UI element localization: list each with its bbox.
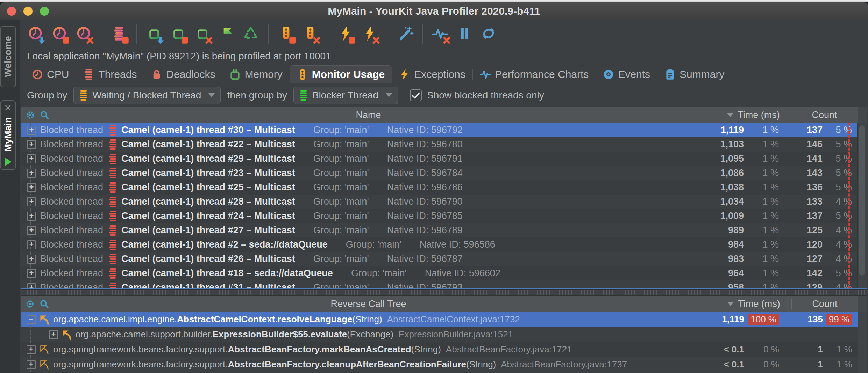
table-row[interactable]: +Blocked threadCamel (camel-1) thread #2… — [21, 152, 867, 166]
table-settings-gear-icon[interactable] — [25, 299, 35, 309]
expand-icon[interactable]: + — [27, 269, 36, 278]
table-row[interactable]: +Blocked threadCamel (camel-1) thread #1… — [21, 266, 867, 280]
table-row[interactable]: +Blocked threadCamel (camel-1) thread #2… — [21, 237, 867, 252]
stop-exception-profiling-button[interactable] — [336, 24, 355, 44]
expand-icon[interactable]: + — [49, 330, 58, 339]
panel-splitter[interactable] — [21, 289, 867, 296]
tab-label: Summary — [680, 68, 724, 80]
time-percent: 0 % — [744, 344, 792, 355]
expand-icon[interactable]: + — [27, 226, 36, 235]
checkbox-checked-icon[interactable] — [410, 89, 422, 101]
table-row[interactable]: +Blocked threadCamel (camel-1) thread #2… — [21, 137, 867, 152]
time-value: 1,086 — [716, 168, 744, 178]
table-row[interactable]: +Blocked threadCamel (camel-1) thread #3… — [21, 280, 867, 288]
count-value: 142 — [791, 268, 823, 279]
count-value: 125 — [791, 225, 823, 236]
clear-monitor-results-button[interactable] — [300, 24, 320, 44]
tab-monitor-usage[interactable]: Monitor Usage — [290, 66, 392, 83]
blocked-thread-icon — [109, 225, 117, 236]
expand-icon[interactable]: + — [27, 255, 36, 264]
count-cell: 11 % — [792, 359, 858, 370]
call-tree-row[interactable]: +org.springframework.beans.factory.suppo… — [21, 342, 867, 357]
thread-native-id: Native ID: 596602 — [425, 268, 500, 279]
column-header-count[interactable]: Count — [791, 110, 858, 120]
window-titlebar[interactable]: MyMain - YourKit Java Profiler 2020.9-b4… — [0, 2, 868, 20]
pause-button[interactable] — [455, 24, 474, 44]
start-memory-profiling-button[interactable] — [144, 24, 164, 44]
sidebar-tab-mymain[interactable]: MyMain ✕ — [0, 100, 16, 170]
expand-icon[interactable]: + — [27, 154, 36, 163]
tab-deadlocks[interactable]: Deadlocks — [144, 66, 222, 83]
expand-icon[interactable]: + — [27, 283, 36, 289]
table-settings-gear-icon[interactable] — [26, 110, 35, 120]
stop-thread-profiling-button[interactable] — [109, 24, 129, 44]
reverse-call-tree-panel: Reverse Call Tree Time (ms) Count −org.a… — [21, 296, 867, 373]
tab-exceptions[interactable]: Exceptions — [392, 66, 472, 83]
group-by-dropdown[interactable]: Waiting / Blocked Thread — [73, 87, 221, 104]
vertical-scrollbar[interactable] — [857, 123, 867, 288]
stop-cpu-profiling-button[interactable] — [50, 24, 69, 44]
table-row[interactable]: +Blocked threadCamel (camel-1) thread #2… — [21, 166, 867, 180]
expand-icon[interactable]: − — [27, 315, 36, 324]
stop-memory-profiling-button[interactable] — [169, 24, 188, 44]
tab-cpu[interactable]: CPU — [25, 66, 76, 83]
expand-icon[interactable]: + — [27, 126, 36, 135]
count-percent: 4 % — [823, 225, 858, 236]
table-row[interactable]: +Blocked threadCamel (camel-1) thread #2… — [21, 252, 867, 266]
clear-exception-results-button[interactable] — [360, 24, 379, 44]
blocked-thread-icon — [109, 283, 117, 289]
table-row[interactable]: +Blocked threadCamel (camel-1) thread #2… — [21, 180, 867, 195]
start-cpu-profiling-button[interactable] — [26, 24, 45, 44]
count-percent: 1 % — [823, 359, 858, 370]
tab-threads[interactable]: Threads — [76, 66, 144, 83]
column-header-name[interactable]: Name — [21, 110, 716, 120]
table-row[interactable]: +Blocked threadCamel (camel-1) thread #3… — [21, 123, 867, 137]
table-row[interactable]: +Blocked threadCamel (camel-1) thread #2… — [21, 195, 867, 209]
thread-native-id: Native ID: 596784 — [387, 168, 463, 178]
expand-icon[interactable]: + — [27, 140, 36, 149]
count-cell: 1294 % — [791, 282, 858, 288]
call-tree-row[interactable]: −org.apache.camel.impl.engine.AbstractCa… — [21, 312, 867, 327]
expand-icon[interactable]: + — [27, 240, 36, 249]
then-group-by-dropdown[interactable]: Blocker Thread — [293, 87, 398, 104]
tab-summary[interactable]: Summary — [657, 66, 731, 83]
capture-snapshot-flag-button[interactable] — [217, 24, 236, 44]
time-value: < 0.1 — [717, 344, 744, 355]
expand-icon[interactable]: + — [27, 212, 36, 221]
scrollbar-corner — [858, 296, 867, 312]
call-tree-row[interactable]: +org.springframework.beans.factory.suppo… — [21, 357, 867, 372]
column-header-time[interactable]: Time (ms) — [716, 299, 791, 309]
table-row[interactable]: +Blocked threadCamel (camel-1) thread #2… — [21, 209, 867, 223]
expand-icon[interactable]: + — [27, 169, 36, 178]
scrollbar-thumb[interactable] — [859, 125, 865, 276]
inspections-button[interactable] — [395, 24, 415, 44]
count-percent: 5 % — [823, 168, 858, 178]
square-overlay-icon — [62, 37, 70, 44]
refresh-button[interactable] — [479, 24, 498, 44]
expand-icon[interactable]: + — [27, 197, 36, 206]
tab-events[interactable]: Events — [596, 66, 657, 83]
table-row[interactable]: +Blocked threadCamel (camel-1) thread #2… — [21, 223, 867, 237]
method-text: org.springframework.beans.factory.suppor… — [53, 344, 572, 355]
table-search-icon[interactable] — [40, 110, 49, 120]
tab-performance-charts[interactable]: Performance Charts — [473, 66, 596, 83]
method-package: org.apache.camel.impl.engine. — [53, 314, 177, 324]
close-session-icon[interactable]: ✕ — [3, 104, 13, 112]
clear-cpu-results-button[interactable] — [74, 24, 93, 44]
clear-telemetry-button[interactable] — [431, 24, 450, 44]
vertical-scrollbar[interactable] — [858, 312, 867, 373]
column-header-time[interactable]: Time (ms) — [716, 110, 791, 120]
tab-label: Threads — [98, 68, 137, 80]
column-header-count[interactable]: Count — [791, 299, 858, 309]
force-gc-button[interactable] — [241, 24, 261, 44]
show-blocked-threads-checkbox[interactable]: Show blocked threads only — [410, 89, 544, 101]
tab-memory[interactable]: Memory — [222, 66, 289, 83]
call-tree-row[interactable]: +org.apache.camel.support.builder.Expres… — [21, 327, 867, 342]
expand-icon[interactable]: + — [27, 183, 36, 192]
stop-monitor-profiling-button[interactable] — [276, 24, 296, 44]
table-search-icon[interactable] — [40, 299, 49, 309]
expand-icon[interactable]: + — [27, 345, 36, 354]
expand-icon[interactable]: + — [27, 360, 36, 369]
clear-memory-results-button[interactable] — [193, 24, 212, 44]
sidebar-tab-welcome[interactable]: Welcome — [0, 26, 16, 87]
